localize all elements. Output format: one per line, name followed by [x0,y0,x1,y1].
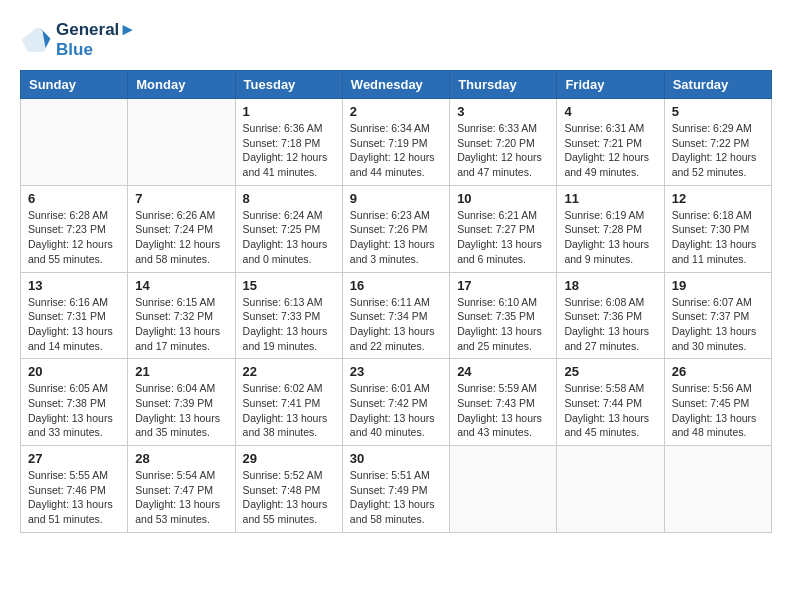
day-header-saturday: Saturday [664,71,771,99]
day-detail: Sunrise: 6:31 AMSunset: 7:21 PMDaylight:… [564,121,656,180]
day-number: 22 [243,364,335,379]
calendar-day-cell: 19Sunrise: 6:07 AMSunset: 7:37 PMDayligh… [664,272,771,359]
calendar-week-row: 1Sunrise: 6:36 AMSunset: 7:18 PMDaylight… [21,99,772,186]
calendar-day-cell: 22Sunrise: 6:02 AMSunset: 7:41 PMDayligh… [235,359,342,446]
calendar-day-cell: 1Sunrise: 6:36 AMSunset: 7:18 PMDaylight… [235,99,342,186]
day-detail: Sunrise: 6:05 AMSunset: 7:38 PMDaylight:… [28,381,120,440]
day-number: 5 [672,104,764,119]
calendar-week-row: 27Sunrise: 5:55 AMSunset: 7:46 PMDayligh… [21,446,772,533]
day-detail: Sunrise: 6:01 AMSunset: 7:42 PMDaylight:… [350,381,442,440]
calendar-day-cell: 6Sunrise: 6:28 AMSunset: 7:23 PMDaylight… [21,185,128,272]
day-number: 4 [564,104,656,119]
calendar-day-cell: 30Sunrise: 5:51 AMSunset: 7:49 PMDayligh… [342,446,449,533]
calendar-day-cell: 23Sunrise: 6:01 AMSunset: 7:42 PMDayligh… [342,359,449,446]
day-detail: Sunrise: 6:02 AMSunset: 7:41 PMDaylight:… [243,381,335,440]
day-detail: Sunrise: 6:08 AMSunset: 7:36 PMDaylight:… [564,295,656,354]
day-number: 3 [457,104,549,119]
day-detail: Sunrise: 5:54 AMSunset: 7:47 PMDaylight:… [135,468,227,527]
day-number: 24 [457,364,549,379]
day-detail: Sunrise: 6:19 AMSunset: 7:28 PMDaylight:… [564,208,656,267]
calendar-day-cell: 15Sunrise: 6:13 AMSunset: 7:33 PMDayligh… [235,272,342,359]
day-number: 10 [457,191,549,206]
day-number: 1 [243,104,335,119]
logo: General► Blue [20,20,136,60]
calendar-day-cell: 17Sunrise: 6:10 AMSunset: 7:35 PMDayligh… [450,272,557,359]
day-detail: Sunrise: 6:21 AMSunset: 7:27 PMDaylight:… [457,208,549,267]
day-detail: Sunrise: 5:51 AMSunset: 7:49 PMDaylight:… [350,468,442,527]
calendar-day-cell: 4Sunrise: 6:31 AMSunset: 7:21 PMDaylight… [557,99,664,186]
day-number: 7 [135,191,227,206]
day-detail: Sunrise: 5:58 AMSunset: 7:44 PMDaylight:… [564,381,656,440]
calendar-day-cell [450,446,557,533]
day-detail: Sunrise: 5:52 AMSunset: 7:48 PMDaylight:… [243,468,335,527]
calendar-day-cell: 20Sunrise: 6:05 AMSunset: 7:38 PMDayligh… [21,359,128,446]
day-number: 20 [28,364,120,379]
day-detail: Sunrise: 5:55 AMSunset: 7:46 PMDaylight:… [28,468,120,527]
calendar-day-cell: 26Sunrise: 5:56 AMSunset: 7:45 PMDayligh… [664,359,771,446]
day-detail: Sunrise: 6:33 AMSunset: 7:20 PMDaylight:… [457,121,549,180]
day-number: 27 [28,451,120,466]
day-header-wednesday: Wednesday [342,71,449,99]
day-number: 2 [350,104,442,119]
calendar-day-cell: 16Sunrise: 6:11 AMSunset: 7:34 PMDayligh… [342,272,449,359]
day-number: 9 [350,191,442,206]
day-detail: Sunrise: 6:34 AMSunset: 7:19 PMDaylight:… [350,121,442,180]
calendar-day-cell [557,446,664,533]
day-number: 30 [350,451,442,466]
day-number: 19 [672,278,764,293]
calendar-day-cell [664,446,771,533]
calendar-day-cell: 18Sunrise: 6:08 AMSunset: 7:36 PMDayligh… [557,272,664,359]
calendar-day-cell: 8Sunrise: 6:24 AMSunset: 7:25 PMDaylight… [235,185,342,272]
day-number: 11 [564,191,656,206]
calendar-day-cell: 28Sunrise: 5:54 AMSunset: 7:47 PMDayligh… [128,446,235,533]
day-detail: Sunrise: 6:23 AMSunset: 7:26 PMDaylight:… [350,208,442,267]
calendar-week-row: 13Sunrise: 6:16 AMSunset: 7:31 PMDayligh… [21,272,772,359]
day-number: 29 [243,451,335,466]
day-detail: Sunrise: 6:15 AMSunset: 7:32 PMDaylight:… [135,295,227,354]
day-detail: Sunrise: 6:11 AMSunset: 7:34 PMDaylight:… [350,295,442,354]
calendar-day-cell: 2Sunrise: 6:34 AMSunset: 7:19 PMDaylight… [342,99,449,186]
logo-icon [20,24,52,56]
calendar-table: SundayMondayTuesdayWednesdayThursdayFrid… [20,70,772,533]
day-number: 15 [243,278,335,293]
calendar-day-cell: 21Sunrise: 6:04 AMSunset: 7:39 PMDayligh… [128,359,235,446]
day-header-sunday: Sunday [21,71,128,99]
day-header-friday: Friday [557,71,664,99]
calendar-day-cell: 3Sunrise: 6:33 AMSunset: 7:20 PMDaylight… [450,99,557,186]
day-detail: Sunrise: 6:29 AMSunset: 7:22 PMDaylight:… [672,121,764,180]
day-detail: Sunrise: 5:59 AMSunset: 7:43 PMDaylight:… [457,381,549,440]
calendar-day-cell [128,99,235,186]
day-number: 12 [672,191,764,206]
calendar-day-cell: 9Sunrise: 6:23 AMSunset: 7:26 PMDaylight… [342,185,449,272]
calendar-day-cell: 25Sunrise: 5:58 AMSunset: 7:44 PMDayligh… [557,359,664,446]
day-detail: Sunrise: 6:26 AMSunset: 7:24 PMDaylight:… [135,208,227,267]
calendar-day-cell: 27Sunrise: 5:55 AMSunset: 7:46 PMDayligh… [21,446,128,533]
day-detail: Sunrise: 6:16 AMSunset: 7:31 PMDaylight:… [28,295,120,354]
calendar-day-cell [21,99,128,186]
day-detail: Sunrise: 6:28 AMSunset: 7:23 PMDaylight:… [28,208,120,267]
day-detail: Sunrise: 6:36 AMSunset: 7:18 PMDaylight:… [243,121,335,180]
calendar-day-cell: 13Sunrise: 6:16 AMSunset: 7:31 PMDayligh… [21,272,128,359]
calendar-day-cell: 14Sunrise: 6:15 AMSunset: 7:32 PMDayligh… [128,272,235,359]
day-number: 13 [28,278,120,293]
day-detail: Sunrise: 6:07 AMSunset: 7:37 PMDaylight:… [672,295,764,354]
day-detail: Sunrise: 6:24 AMSunset: 7:25 PMDaylight:… [243,208,335,267]
day-number: 26 [672,364,764,379]
day-number: 14 [135,278,227,293]
day-header-thursday: Thursday [450,71,557,99]
calendar-day-cell: 29Sunrise: 5:52 AMSunset: 7:48 PMDayligh… [235,446,342,533]
day-number: 6 [28,191,120,206]
calendar-day-cell: 5Sunrise: 6:29 AMSunset: 7:22 PMDaylight… [664,99,771,186]
calendar-day-cell: 24Sunrise: 5:59 AMSunset: 7:43 PMDayligh… [450,359,557,446]
day-header-tuesday: Tuesday [235,71,342,99]
day-number: 18 [564,278,656,293]
day-detail: Sunrise: 6:13 AMSunset: 7:33 PMDaylight:… [243,295,335,354]
calendar-header-row: SundayMondayTuesdayWednesdayThursdayFrid… [21,71,772,99]
day-number: 28 [135,451,227,466]
day-number: 25 [564,364,656,379]
day-number: 16 [350,278,442,293]
calendar-day-cell: 11Sunrise: 6:19 AMSunset: 7:28 PMDayligh… [557,185,664,272]
calendar-day-cell: 7Sunrise: 6:26 AMSunset: 7:24 PMDaylight… [128,185,235,272]
calendar-week-row: 20Sunrise: 6:05 AMSunset: 7:38 PMDayligh… [21,359,772,446]
header: General► Blue [20,20,772,60]
